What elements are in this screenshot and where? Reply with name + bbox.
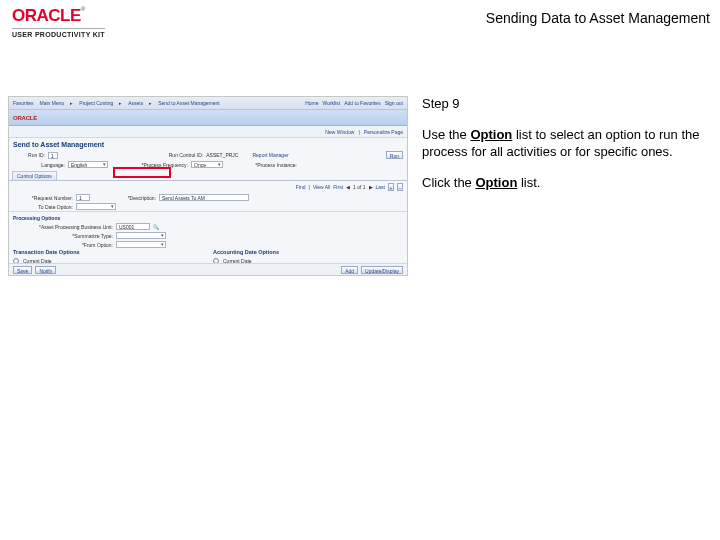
grid-toolbar: Find | View All First ◀ 1 of 1 ▶ Last + … — [9, 181, 407, 193]
link-find[interactable]: Find — [296, 184, 306, 190]
instr1-prefix: Use the — [422, 127, 470, 142]
lbl-runcontrol: Run Control ID: — [155, 152, 203, 158]
header: ORACLE® USER PRODUCTIVITY KIT Sending Da… — [0, 0, 720, 40]
lbl-instance: *Process Instance: — [239, 162, 297, 168]
nav-pc[interactable]: Project Costing — [79, 100, 113, 106]
lbl-runid: Run ID: — [13, 152, 45, 158]
field-runid[interactable]: 1 — [48, 152, 58, 159]
nav-assets[interactable]: Assets — [128, 100, 143, 106]
notify-button[interactable]: Notify — [35, 266, 56, 274]
nav-send[interactable]: Send to Asset Management — [158, 100, 219, 106]
update-display-button[interactable]: Update/Display — [361, 266, 403, 274]
lbl-tdo: To Date Option: — [13, 204, 73, 210]
del-row-button[interactable]: − — [397, 183, 403, 191]
field-desc[interactable]: Send Assets To AM — [159, 194, 249, 201]
link-reportmgr[interactable]: Report Manager — [252, 152, 288, 158]
tdo-select[interactable] — [76, 203, 116, 210]
instruction-2: Click the Option list. — [422, 175, 706, 192]
brand-text: ORACLE — [13, 115, 37, 121]
link-personalize[interactable]: Personalize Page — [364, 129, 403, 135]
summarize-select[interactable] — [116, 232, 166, 239]
lbl-language: Language: — [13, 162, 65, 168]
save-button[interactable]: Save — [13, 266, 32, 274]
lbl-freq: *Process Frequency: — [130, 162, 188, 168]
main: Favorites Main Menu ▸ Project Costing ▸ … — [0, 40, 720, 284]
field-bu[interactable]: US001 — [116, 223, 150, 230]
link-signout[interactable]: Sign out — [385, 100, 403, 106]
tab-control-options[interactable]: Control Options — [12, 171, 57, 180]
nav-count: 1 of 1 — [353, 184, 366, 190]
run-button[interactable]: Run — [386, 151, 403, 159]
app-top-nav: Favorites Main Menu ▸ Project Costing ▸ … — [9, 97, 407, 110]
link-viewall[interactable]: View All — [313, 184, 330, 190]
add-row-button[interactable]: + — [388, 183, 394, 191]
nav-main[interactable]: Main Menu — [40, 100, 65, 106]
link-home[interactable]: Home — [305, 100, 318, 106]
field-reqnum[interactable]: 1 — [76, 194, 90, 201]
instruction-panel: Step 9 Use the Option list to select an … — [422, 96, 706, 276]
lbl-summarize: *Summarize Type: — [13, 233, 113, 239]
col-title-transaction: Transaction Date Options — [13, 249, 203, 255]
instr2-prefix: Click the — [422, 175, 475, 190]
lbl-bu: *Asset Processing Business Unit: — [13, 224, 113, 230]
screenshot-panel: Favorites Main Menu ▸ Project Costing ▸ … — [8, 96, 408, 276]
section-processing-options: Processing Options — [9, 211, 407, 222]
instr1-bold: Option — [470, 127, 512, 142]
tab-strip: Control Options — [9, 169, 407, 181]
lbl-desc: *Description: — [116, 195, 156, 201]
link-worklist[interactable]: Worklist — [323, 100, 341, 106]
freq-select[interactable]: Once — [191, 161, 223, 168]
col-title-accounting: Accounting Date Options — [213, 249, 403, 255]
step-label: Step 9 — [422, 96, 706, 113]
page-title: Sending Data to Asset Management — [486, 6, 710, 26]
link-addfav[interactable]: Add to Favorites — [344, 100, 380, 106]
logo-sub: USER PRODUCTIVITY KIT — [12, 28, 105, 38]
language-select[interactable]: English — [68, 161, 108, 168]
add-button[interactable]: Add — [341, 266, 358, 274]
logo: ORACLE® USER PRODUCTIVITY KIT — [12, 6, 105, 38]
app-screenshot: Favorites Main Menu ▸ Project Costing ▸ … — [8, 96, 408, 276]
brand-bar: ORACLE — [9, 110, 407, 126]
nav-favorites[interactable]: Favorites — [13, 100, 34, 106]
sub-links: New Window | Personalize Page — [9, 126, 407, 138]
lbl-reqnum: *Request Number: — [13, 195, 73, 201]
val-runcontrol: ASSET_PRJC — [206, 152, 238, 158]
instr2-suffix: list. — [517, 175, 540, 190]
nav-first[interactable]: First — [333, 184, 343, 190]
logo-tm: ® — [81, 6, 85, 12]
lbl-option: *From Option: — [13, 242, 113, 248]
option-select[interactable] — [116, 241, 166, 248]
app-footer: Save Notify Add Update/Display — [9, 263, 407, 275]
instruction-1: Use the Option list to select an option … — [422, 127, 706, 161]
lookup-icon[interactable]: 🔍 — [153, 224, 159, 230]
logo-main: ORACLE — [12, 6, 81, 25]
form-title: Send to Asset Management — [9, 138, 407, 150]
nav-last[interactable]: Last — [376, 184, 385, 190]
brand-crumb — [402, 115, 403, 121]
link-newwindow[interactable]: New Window — [325, 129, 354, 135]
instr2-bold: Option — [475, 175, 517, 190]
